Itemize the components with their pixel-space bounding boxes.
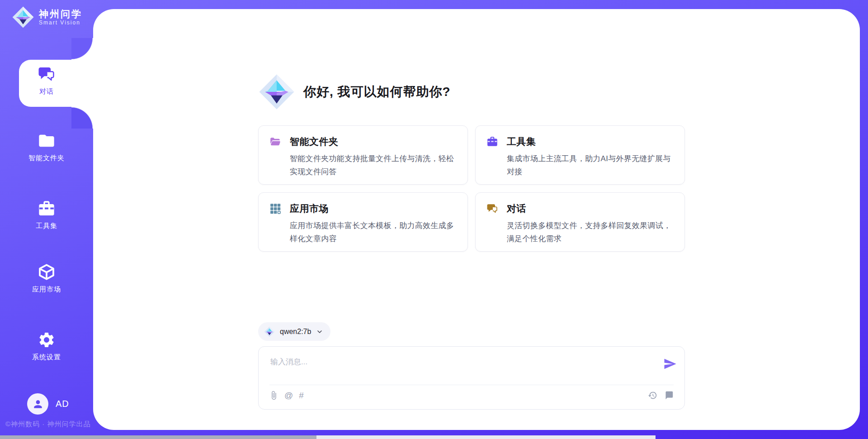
sidebar-item-smart-folder[interactable]: 智能文件夹 bbox=[0, 132, 93, 162]
chat-bubbles-icon bbox=[38, 65, 56, 83]
gem-logo-icon bbox=[12, 6, 34, 29]
toolbox-icon bbox=[486, 136, 498, 148]
sidebar-item-settings[interactable]: 系统设置 bbox=[0, 331, 93, 362]
sidebar-item-label: 对话 bbox=[39, 87, 54, 96]
hashtag-icon[interactable]: # bbox=[299, 391, 304, 400]
cube-icon bbox=[38, 263, 56, 281]
mention-icon[interactable]: @ bbox=[284, 391, 293, 400]
history-icon[interactable] bbox=[648, 391, 657, 400]
feature-cards: 智能文件夹 智能文件夹功能支持批量文件上传与清洗，轻松实现文件问答 工具集 集成… bbox=[258, 125, 685, 252]
attachment-icon[interactable] bbox=[269, 391, 278, 400]
sidebar-item-toolset[interactable]: 工具集 bbox=[0, 200, 93, 230]
greeting: 你好, 我可以如何帮助你? bbox=[258, 73, 451, 110]
toolbox-icon bbox=[38, 200, 56, 218]
message-input[interactable] bbox=[269, 356, 654, 382]
gem-logo-icon bbox=[264, 326, 275, 337]
card-toolset[interactable]: 工具集 集成市场上主流工具，助力AI与外界无缝扩展与对接 bbox=[475, 125, 685, 185]
card-description: 智能文件夹功能支持批量文件上传与清洗，轻松实现文件问答 bbox=[290, 152, 457, 178]
card-title: 智能文件夹 bbox=[290, 135, 339, 148]
gear-icon bbox=[38, 331, 56, 349]
folder-open-icon bbox=[269, 136, 281, 148]
composer-tools-right bbox=[648, 391, 674, 400]
folder-icon bbox=[38, 132, 56, 150]
card-app-market[interactable]: 应用市场 应用市场提供丰富长文本模板，助力高效生成多样化文章内容 bbox=[258, 192, 468, 252]
sidebar: 神州问学 Smart Vision 对话 智能文件夹 工具集 应用市场 bbox=[0, 0, 93, 439]
send-icon bbox=[663, 357, 677, 371]
sidebar-item-label: 应用市场 bbox=[32, 285, 61, 294]
card-description: 集成市场上主流工具，助力AI与外界无缝扩展与对接 bbox=[507, 152, 674, 178]
card-header: 智能文件夹 bbox=[269, 135, 457, 148]
main-panel: 你好, 我可以如何帮助你? 智能文件夹 智能文件夹功能支持批量文件上传与清洗，轻… bbox=[93, 9, 860, 430]
sidebar-item-label: 智能文件夹 bbox=[28, 154, 65, 162]
chat-icon[interactable] bbox=[664, 391, 674, 400]
grid-icon bbox=[269, 203, 281, 215]
horizontal-scrollbar-thumb[interactable] bbox=[0, 435, 316, 439]
greeting-title: 你好, 我可以如何帮助你? bbox=[303, 83, 451, 100]
card-title: 对话 bbox=[507, 202, 526, 215]
send-button[interactable] bbox=[663, 357, 677, 371]
user-initials: AD bbox=[56, 399, 69, 409]
card-description: 灵活切换多模型文件，支持多样回复效果调试，满足个性化需求 bbox=[507, 219, 674, 245]
card-title: 应用市场 bbox=[290, 202, 329, 215]
copyright-text: ©神州数码 · 神州问学出品 bbox=[5, 420, 90, 429]
sidebar-item-label: 工具集 bbox=[36, 222, 57, 230]
card-title: 工具集 bbox=[507, 135, 536, 148]
gem-logo-icon bbox=[258, 73, 295, 110]
model-name: qwen2:7b bbox=[280, 328, 311, 336]
sidebar-item-chat[interactable]: 对话 bbox=[0, 65, 93, 96]
brand-subtitle: Smart Vision bbox=[39, 19, 82, 26]
brand-logo: 神州问学 Smart Vision bbox=[12, 6, 82, 29]
card-header: 应用市场 bbox=[269, 202, 457, 215]
model-selector[interactable]: qwen2:7b bbox=[258, 322, 330, 341]
brand-text: 神州问学 Smart Vision bbox=[39, 9, 82, 26]
user-profile[interactable]: AD bbox=[27, 393, 69, 415]
card-chat[interactable]: 对话 灵活切换多模型文件，支持多样回复效果调试，满足个性化需求 bbox=[475, 192, 685, 252]
message-composer: @ # bbox=[258, 346, 685, 410]
avatar bbox=[27, 393, 48, 415]
sidebar-item-app-market[interactable]: 应用市场 bbox=[0, 263, 93, 294]
main-content: 你好, 我可以如何帮助你? 智能文件夹 智能文件夹功能支持批量文件上传与清洗，轻… bbox=[258, 9, 685, 430]
chevron-down-icon bbox=[316, 328, 323, 335]
person-icon bbox=[32, 398, 44, 410]
brand-name: 神州问学 bbox=[39, 9, 82, 19]
card-description: 应用市场提供丰富长文本模板，助力高效生成多样化文章内容 bbox=[290, 219, 457, 245]
sidebar-item-label: 系统设置 bbox=[32, 353, 61, 362]
card-smart-folder[interactable]: 智能文件夹 智能文件夹功能支持批量文件上传与清洗，轻松实现文件问答 bbox=[258, 125, 468, 185]
chat-bubbles-icon bbox=[486, 203, 498, 215]
card-header: 工具集 bbox=[486, 135, 674, 148]
card-header: 对话 bbox=[486, 202, 674, 215]
composer-tools-left: @ # bbox=[269, 391, 304, 400]
composer-divider bbox=[269, 385, 674, 385]
